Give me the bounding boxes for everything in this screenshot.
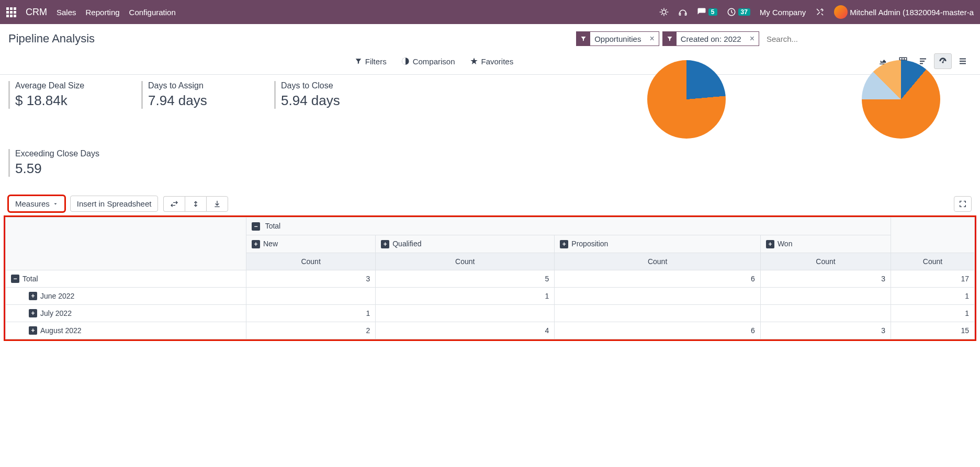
view-list[interactable] — [954, 53, 972, 69]
nav-configuration[interactable]: Configuration — [129, 8, 176, 17]
pie-chart-1 — [647, 60, 726, 139]
cell[interactable]: 17 — [891, 270, 975, 288]
collapse-icon[interactable]: − — [252, 222, 260, 231]
col-header[interactable]: +Qualified — [376, 235, 555, 253]
insert-spreadsheet-button[interactable]: Insert in Spreadsheet — [70, 196, 159, 212]
expand-icon[interactable]: + — [252, 240, 260, 248]
row-header[interactable]: +June 2022 — [6, 288, 246, 305]
table-row: −Total356317 — [6, 270, 975, 288]
measures-button[interactable]: Measures — [8, 196, 65, 212]
kpi-days-assign: Days to Assign 7.94 days — [141, 81, 262, 109]
funnel-icon — [577, 32, 590, 45]
cell[interactable] — [555, 305, 761, 322]
flip-axis-button[interactable] — [163, 196, 185, 212]
col-total-header[interactable]: − Total — [246, 218, 891, 235]
count-header: Count — [760, 253, 891, 270]
close-icon[interactable]: × — [645, 34, 658, 43]
pivot-corner — [6, 218, 246, 270]
cell[interactable]: 5 — [376, 270, 555, 288]
expand-icon[interactable]: + — [381, 240, 389, 248]
kpi-row-2: Exceeding Close Days 5.59 — [0, 139, 980, 192]
comparison-dropdown[interactable]: Comparison — [401, 57, 455, 66]
cell[interactable]: 3 — [760, 270, 891, 288]
cell[interactable]: 6 — [555, 322, 761, 339]
app-brand[interactable]: CRM — [26, 7, 47, 18]
cell[interactable] — [760, 305, 891, 322]
pivot-table: − Total +New+Qualified+Proposition+Won C… — [5, 217, 975, 339]
kpi-value: 5.59 — [15, 161, 129, 177]
page-title: Pipeline Analysis — [8, 32, 95, 45]
count-header: Count — [555, 253, 761, 270]
svg-point-0 — [662, 10, 666, 14]
row-header[interactable]: +July 2022 — [6, 305, 246, 322]
favorites-dropdown[interactable]: Favorites — [470, 57, 514, 66]
col-header[interactable]: +Proposition — [555, 235, 761, 253]
kpi-exceed: Exceeding Close Days 5.59 — [8, 149, 129, 177]
kpi-label: Days to Close — [281, 81, 395, 90]
cell[interactable]: 6 — [555, 270, 761, 288]
cell[interactable]: 1 — [891, 305, 975, 322]
nav-reporting[interactable]: Reporting — [86, 8, 120, 17]
activities-icon[interactable]: 37 — [727, 7, 750, 17]
cell[interactable]: 15 — [891, 322, 975, 339]
cell[interactable]: 3 — [760, 322, 891, 339]
cell[interactable] — [760, 288, 891, 305]
expand-icon[interactable]: + — [29, 292, 37, 300]
table-row: +August 2022246315 — [6, 322, 975, 339]
search-area: Opportunities × Created on: 2022 × — [576, 31, 972, 46]
messages-icon[interactable]: 5 — [697, 7, 717, 17]
cell[interactable]: 3 — [246, 270, 376, 288]
fullscreen-button[interactable] — [954, 196, 972, 212]
user-name: Mitchell Admin (18320094-master-a — [850, 8, 974, 17]
download-button[interactable] — [206, 196, 228, 212]
cell[interactable]: 1 — [891, 288, 975, 305]
nav-sales[interactable]: Sales — [57, 8, 76, 17]
kpi-label: Average Deal Size — [15, 81, 129, 90]
cell[interactable] — [376, 305, 555, 322]
kpi-avg-deal: Average Deal Size $ 18.84k — [8, 81, 129, 109]
navbar: CRM Sales Reporting Configuration 5 37 M… — [0, 0, 980, 24]
debug-icon[interactable] — [659, 7, 669, 17]
cell[interactable]: 1 — [246, 305, 376, 322]
activities-badge: 37 — [738, 8, 750, 16]
cell[interactable]: 4 — [376, 322, 555, 339]
filters-dropdown[interactable]: Filters — [355, 57, 387, 66]
expand-icon[interactable]: + — [29, 326, 37, 335]
kpi-label: Exceeding Close Days — [15, 149, 129, 158]
filters-label: Filters — [365, 57, 387, 66]
filter-chip-opportunities[interactable]: Opportunities × — [576, 31, 659, 46]
chip-label: Created on: 2022 — [677, 35, 746, 43]
expand-icon[interactable]: + — [29, 309, 37, 317]
filter-chip-created-on[interactable]: Created on: 2022 × — [662, 31, 759, 46]
avatar — [834, 5, 848, 19]
chip-label: Opportunities — [590, 35, 645, 43]
col-header[interactable]: +New — [246, 235, 376, 253]
expand-icon[interactable]: + — [560, 240, 568, 248]
comparison-label: Comparison — [413, 57, 455, 66]
cell[interactable]: 2 — [246, 322, 376, 339]
expand-icon[interactable]: + — [766, 240, 774, 248]
search-input[interactable] — [762, 32, 972, 45]
kpi-row: Average Deal Size $ 18.84k Days to Assig… — [0, 75, 980, 139]
pie-charts — [647, 60, 940, 139]
company-switcher[interactable]: My Company — [760, 8, 806, 17]
pivot-grand-col — [891, 218, 975, 253]
support-icon[interactable] — [678, 7, 688, 17]
cell[interactable]: 1 — [376, 288, 555, 305]
col-header[interactable]: +Won — [760, 235, 891, 253]
pivot-toolbar: Measures Insert in Spreadsheet — [0, 192, 980, 217]
tools-icon[interactable] — [815, 7, 825, 17]
apps-icon[interactable] — [6, 7, 16, 17]
collapse-icon[interactable]: − — [11, 275, 19, 283]
insert-label: Insert in Spreadsheet — [77, 199, 152, 208]
expand-all-button[interactable] — [185, 196, 206, 212]
user-menu[interactable]: Mitchell Admin (18320094-master-a — [834, 5, 974, 19]
row-header[interactable]: −Total — [6, 270, 246, 288]
messages-badge: 5 — [708, 8, 717, 16]
cell[interactable] — [555, 288, 761, 305]
row-header[interactable]: +August 2022 — [6, 322, 246, 339]
count-header: Count — [246, 253, 376, 270]
cell[interactable] — [246, 288, 376, 305]
kpi-label: Days to Assign — [148, 81, 262, 90]
close-icon[interactable]: × — [746, 34, 759, 43]
